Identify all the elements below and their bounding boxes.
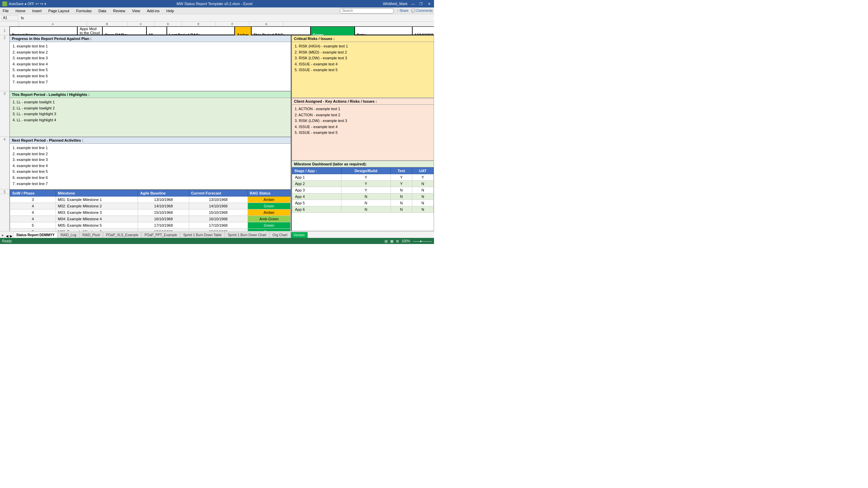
ribbon-page-layout[interactable]: Page Layout [47, 8, 71, 14]
milestone-forecast: 16/10/1968 [189, 216, 248, 222]
dash-app-name: App 4 [292, 194, 341, 200]
milestone-forecast: 14/10/1968 [189, 203, 248, 209]
milestone-baseline: 18/10/1968 [138, 229, 189, 231]
milestone-name: M05: Example Milestone 5 [56, 222, 138, 229]
milestone-baseline: 17/10/1968 [138, 222, 189, 229]
ribbon-file[interactable]: File [1, 8, 10, 14]
dash-uat: N [412, 200, 433, 206]
scroll-tabs-left[interactable]: ◀ [5, 234, 9, 238]
toolbar: A1 fx [0, 14, 434, 22]
customize-btn[interactable]: ▾ [44, 2, 46, 6]
milestone-col-milestone: Milestone [56, 190, 138, 197]
list-item: 1. example text line 1 [13, 145, 288, 151]
tab-sprint1-chart[interactable]: Sprint 1 Burn Down Chart [225, 232, 270, 238]
ribbon-data[interactable]: Data [97, 8, 107, 14]
close-btn[interactable]: ✕ [427, 1, 432, 6]
add-sheet-btn[interactable]: + [0, 233, 5, 238]
table-row: 4 M02: Example Milestone 2 14/10/1968 14… [10, 203, 291, 209]
search-input[interactable] [340, 8, 394, 14]
tab-version[interactable]: Version [291, 232, 308, 238]
list-item: 3. LL - example highlight 3 [13, 111, 288, 117]
dash-design-build: N [341, 206, 391, 213]
ribbon-formulas[interactable]: Formulas [75, 8, 93, 14]
col-h-c: C [127, 22, 155, 26]
redo-btn[interactable]: ↪ [40, 2, 43, 6]
ribbon: File Home Insert Page Layout Formulas Da… [0, 7, 434, 14]
dash-test: N [391, 206, 412, 213]
minimize-btn[interactable]: — [410, 1, 416, 6]
ribbon-review[interactable]: Review [112, 8, 126, 14]
list-item: 1. RISK (HIGH) - example text 1 [295, 43, 431, 49]
comments-btn[interactable]: 💬 Comments [411, 9, 433, 13]
milestone-col-rag: RAG Status [248, 190, 290, 197]
milestone-phase: 4 [10, 203, 56, 209]
share-btn[interactable]: ↑ Share [397, 9, 408, 13]
tab-poap-xls[interactable]: POaP_XLS_Example [103, 232, 142, 238]
restore-btn[interactable]: ❐ [418, 1, 424, 6]
dash-app-name: App 6 [292, 206, 341, 213]
list-item: 2. RISK (MED) - example text 2 [295, 49, 431, 56]
col-h-e: E [182, 22, 216, 26]
tab-org-chart[interactable]: Org Chart [270, 232, 291, 238]
title-bar-left: 🟩 AutoSave ● OFF ↩ ↪ ▾ [2, 1, 46, 6]
milestone-forecast: 15/10/1968 [189, 209, 248, 216]
dash-col-test: Test [391, 168, 412, 174]
zoom-slider[interactable]: ——●——— [413, 239, 432, 243]
critical-risks-title: Critical Risks / Issues : [292, 36, 434, 42]
list-item: 5. example text line 5 [13, 169, 288, 175]
status-ready: Ready [2, 239, 12, 243]
dash-col-design: Design/Build [341, 168, 391, 174]
user-name: Whitfield_Mark [383, 2, 408, 6]
milestone-rag-status: Green [248, 203, 290, 209]
dash-design-build: N [341, 194, 391, 200]
milestone-phase: 3 [10, 197, 56, 203]
milestone-dashboard-content: Stage / App : Design/Build Test UAT App … [292, 167, 434, 213]
planned-section: Next Report Period - Planned Activities … [9, 137, 291, 189]
list-item: 5. ISSUE - example text 5 [295, 130, 431, 136]
milestone-dashboard-title: Milestone Dashboard (tailor as required)… [292, 161, 434, 167]
milestone-table: SoW / Phase Milestone Agile Baseline Cur… [9, 189, 291, 231]
table-row: 5 M06: Example Milestone 6 18/10/1968 18… [10, 229, 291, 231]
ribbon-home[interactable]: Home [14, 8, 27, 14]
milestone-col-phase: SoW / Phase [10, 190, 56, 197]
list-item: 3. example text line 3 [13, 55, 288, 61]
col-h-b: B [87, 22, 127, 26]
tab-raid-pivot[interactable]: RAID_Pivot [79, 232, 103, 238]
milestone-col-baseline: Agile Baseline [138, 190, 189, 197]
table-row: 4 M03: Example Milestone 3 15/10/1968 15… [10, 209, 291, 216]
table-row: App 2 Y Y N [292, 181, 434, 187]
tab-status-report[interactable]: Status Report DDMMYY [13, 232, 58, 238]
milestone-forecast: 13/10/1968 [189, 197, 248, 203]
tab-sprint1-table[interactable]: Sprint 1 Burn Down Table [180, 232, 224, 238]
col-headers: A B C D E F G [0, 22, 434, 26]
undo-btn[interactable]: ↩ [36, 2, 39, 6]
tab-poap-ppt[interactable]: POaP_PPT_Example [141, 232, 180, 238]
scroll-tabs-right[interactable]: ▶ [9, 234, 13, 238]
dash-design-build: Y [341, 181, 391, 187]
critical-risks-content: 1. RISK (HIGH) - example text 1 2. RISK … [292, 42, 434, 75]
list-item: 7. example text line 7 [13, 79, 288, 85]
milestone-name: M06: Example Milestone 6 [56, 229, 138, 231]
list-item: 6. example text line 6 [13, 175, 288, 181]
client-actions-section: Client Assigned - Key Actions / Risks / … [292, 98, 434, 161]
list-item: 7. example text line 7 [13, 181, 288, 187]
ribbon-view[interactable]: View [131, 8, 142, 14]
list-item: 1. LL - example lowlight 1 [13, 99, 288, 105]
view-layout-btn[interactable]: ▦ [390, 239, 393, 243]
ribbon-help[interactable]: Help [165, 8, 176, 14]
progress-section-title: Progress in this Report Period Against P… [10, 36, 291, 42]
list-item: 1. ACTION - example text 1 [295, 106, 431, 112]
milestone-phase: 4 [10, 209, 56, 216]
dash-design-build: Y [341, 187, 391, 194]
list-item: 3. RISK (LOW) - example text 3 [295, 118, 431, 124]
col-h-row-num [9, 22, 19, 26]
col-h-d: D [155, 22, 182, 26]
view-normal-btn[interactable]: ▤ [384, 239, 388, 243]
view-page-break-btn[interactable]: ⊞ [396, 239, 399, 243]
dash-design-build: Y [341, 174, 391, 181]
ribbon-insert[interactable]: Insert [31, 8, 43, 14]
tab-raid-log[interactable]: RAID_Log [58, 232, 79, 238]
dash-app-name: App 1 [292, 174, 341, 181]
ribbon-addins[interactable]: Add-ins [145, 8, 161, 14]
cell-name-box[interactable]: A1 [1, 15, 18, 20]
